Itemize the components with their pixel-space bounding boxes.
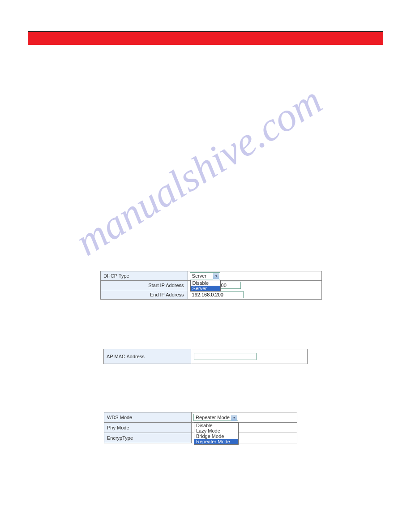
wds-option-repeater[interactable]: Repeater Mode [194, 439, 238, 444]
ap-mac-table: AP MAC Address [103, 349, 308, 364]
dhcp-type-select[interactable]: Server ▾ Disable Server [190, 272, 220, 279]
wds-table: WDS Mode Repeater Mode ▾ Disable Lazy Mo… [104, 412, 297, 443]
ap-mac-field [191, 349, 308, 364]
dhcp-option-server[interactable]: Server [191, 286, 220, 291]
wds-mode-options: Disable Lazy Mode Bridge Mode Repeater M… [194, 422, 239, 445]
start-ip-partial: 00 [219, 282, 241, 289]
dhcp-type-label: DHCP Type [101, 271, 188, 281]
encrypt-type-label: EncrypType [104, 433, 192, 443]
ap-mac-input[interactable] [194, 353, 257, 360]
wds-mode-select[interactable]: Repeater Mode ▾ Disable Lazy Mode Bridge… [193, 414, 238, 421]
end-ip-input[interactable] [190, 291, 244, 298]
phy-mode-label: Phy Mode [104, 423, 192, 433]
ap-mac-label: AP MAC Address [104, 349, 191, 364]
wds-option-lazy[interactable]: Lazy Mode [194, 428, 238, 433]
chevron-down-icon: ▾ [213, 273, 219, 279]
start-ip-label: Start IP Address [101, 281, 188, 290]
dhcp-table: DHCP Type Server ▾ Disable Server Start … [100, 271, 322, 300]
wds-option-disable[interactable]: Disable [194, 423, 238, 428]
wds-option-bridge[interactable]: Bridge Mode [194, 433, 238, 439]
watermark-text: manualshive.com [67, 77, 330, 265]
wds-mode-label: WDS Mode [104, 412, 192, 423]
dhcp-type-options: Disable Server [190, 280, 221, 292]
wds-mode-field: Repeater Mode ▾ Disable Lazy Mode Bridge… [192, 412, 297, 423]
dhcp-type-field: Server ▾ Disable Server [188, 271, 321, 281]
end-ip-label: End IP Address [101, 290, 188, 300]
header-bar [28, 31, 383, 45]
dhcp-option-disable[interactable]: Disable [191, 280, 220, 286]
chevron-down-icon: ▾ [231, 415, 237, 421]
